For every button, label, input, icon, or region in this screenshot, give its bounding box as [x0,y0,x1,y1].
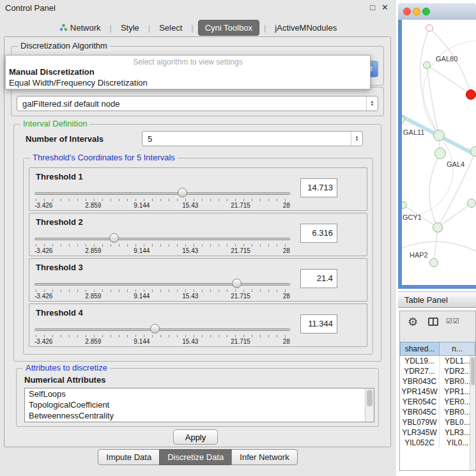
table-cell-shared-name: YDL19... [400,356,440,366]
apply-button[interactable]: Apply [173,429,218,445]
threshold-label: Threshold 4 [36,308,83,318]
table-data-group: Table Data galFiltered.sif default node … [11,87,384,116]
gear-icon[interactable]: ⚙ [408,315,418,329]
slider-track[interactable] [35,238,290,240]
table-row[interactable]: YER054CYER0... [400,397,475,407]
network-node[interactable] [433,222,443,233]
threshold-slider[interactable]: -3.4262.8599.14415.4321.71528 [35,321,290,346]
close-window-icon[interactable]: ✕ [381,3,388,12]
bottom-tab-impute-data[interactable]: Impute Data [98,449,160,465]
numerical-attribute-item[interactable]: SelfLoops [25,388,374,399]
window-title: Control Panel [5,3,56,13]
network-node[interactable] [434,148,446,159]
network-canvas[interactable]: GAL80GAL11GAL4GCY1HAP2 [402,20,476,285]
numerical-attributes-label: Numerical Attributes [24,375,105,385]
slider-thumb-icon[interactable] [232,279,242,288]
table-cell-shared-name: YPR145W [400,387,440,397]
slider-scale-label: -3.426 [35,338,52,345]
threshold-value-field[interactable]: 21.4 [300,269,337,288]
scrollbar-thumb[interactable] [367,390,372,406]
slider-scale-label: 21.715 [231,202,250,209]
slider-thumb-icon[interactable] [178,188,187,197]
columns-icon[interactable] [428,318,438,326]
table-row[interactable]: YDL19...YDL1... [400,356,475,366]
network-window-titlebar[interactable] [398,3,476,20]
network-node[interactable] [433,130,445,141]
slider-scale-label: 28 [283,338,290,345]
table-row[interactable]: YBR045CYBR0... [400,407,475,417]
tab-separator: | [264,23,266,33]
close-icon[interactable] [403,8,411,15]
slider-track[interactable] [35,328,290,331]
slider-thumb-icon[interactable] [150,324,160,334]
slider-ticks [36,289,289,292]
network-node[interactable] [402,201,407,209]
table-data-select[interactable]: galFiltered.sif default node ▲▼ [17,96,378,111]
slider-scale: -3.4262.8599.14415.4321.71528 [35,247,290,254]
slider-scale-label: 15.43 [182,338,198,345]
threshold-value-field[interactable]: 14.713 [300,178,337,197]
checkbox-icons[interactable]: ☑☑ [446,317,460,325]
slider-scale-label: 9.144 [134,338,150,345]
network-node[interactable] [467,199,476,208]
numerical-attribute-item[interactable]: BetweennessCentrality [25,410,374,421]
network-node[interactable] [466,89,476,100]
slider-ticks [36,335,289,337]
slider-track[interactable] [35,192,290,195]
desktop: Control Panel □ ✕ Network|Style|Select|C… [0,0,476,476]
numerical-attribute-item[interactable]: TopologicalCoefficient [25,399,374,410]
table-scrollbar[interactable] [470,356,475,470]
network-node[interactable] [470,146,476,157]
table-cell-shared-name: YLR345W [400,427,440,438]
slider-scale: -3.4262.8599.14415.4321.71528 [35,338,290,345]
maximize-icon[interactable] [422,8,430,15]
table-row[interactable]: YIL052CYIL0... [400,438,475,448]
threshold-slider[interactable]: -3.4262.8599.14415.4321.71528 [35,275,290,301]
minimize-icon[interactable] [413,8,420,15]
threshold-slider[interactable]: -3.4262.8599.14415.4321.71528 [35,185,290,210]
threshold-block: Threshold 2 -3.4262.8599.14415.4321.7152… [29,213,367,256]
table-row[interactable]: YBL079WYBL0... [400,417,475,427]
tab-separator: | [148,23,150,33]
slider-thumb-icon[interactable] [109,233,119,243]
slider-scale-label: 28 [283,293,290,300]
float-window-icon[interactable]: □ [370,3,375,12]
table-cell-shared-name: YER054C [400,397,440,407]
tab-network[interactable]: Network [55,21,105,35]
column-header-name[interactable]: n... [439,342,475,356]
dropdown-arrows-icon[interactable]: ▲▼ [351,132,362,146]
slider-ticks [36,199,289,201]
tab-style[interactable]: Style [116,21,144,35]
tab-jactivemnodules[interactable]: jActiveMNodules [270,21,341,35]
dropdown-item-equal-width-frequency[interactable]: Equal Width/Frequency Discretization [6,77,370,88]
slider-track[interactable] [35,283,290,286]
table-row[interactable]: YBR043CYBR0... [400,376,475,387]
network-node-label: GAL11 [403,128,424,136]
network-node[interactable] [402,116,405,123]
bottom-tab-discretize-data[interactable]: Discretize Data [159,449,232,465]
list-scrollbar[interactable] [365,388,374,422]
network-node[interactable] [426,24,433,32]
column-header-shared[interactable]: shared... [400,342,440,356]
number-of-intervals-select[interactable]: 5 ▲▼ [142,131,363,146]
slider-scale-label: 28 [283,247,290,254]
network-node[interactable] [423,61,431,69]
numerical-attributes-list[interactable]: SelfLoopsTopologicalCoefficientBetweenne… [24,388,374,422]
table-row[interactable]: YLR345WYLR3... [400,427,475,438]
slider-scale-label: 9.144 [134,202,150,209]
threshold-value-field[interactable]: 11.344 [300,314,337,334]
slider-scale-label: 15.43 [182,293,198,300]
bottom-tab-infer-network[interactable]: Infer Network [231,449,297,465]
scrollbar-thumb[interactable] [471,357,475,385]
threshold-slider[interactable]: -3.4262.8599.14415.4321.71528 [35,230,290,256]
tab-select[interactable]: Select [155,21,187,35]
table-row[interactable]: YDR27...YDR2... [400,366,475,376]
tab-cyni-toolbox[interactable]: Cyni Toolbox [198,20,259,36]
dropdown-item-manual-discretization[interactable]: Manual Discretization [6,66,370,77]
network-node-label: HAP2 [410,251,428,259]
dropdown-arrows-icon[interactable]: ▲▼ [366,96,378,111]
threshold-value-field[interactable]: 6.316 [300,224,337,243]
network-node[interactable] [429,258,438,267]
slider-scale-label: 9.144 [134,247,150,254]
table-row[interactable]: YPR145WYPR1... [400,387,475,397]
